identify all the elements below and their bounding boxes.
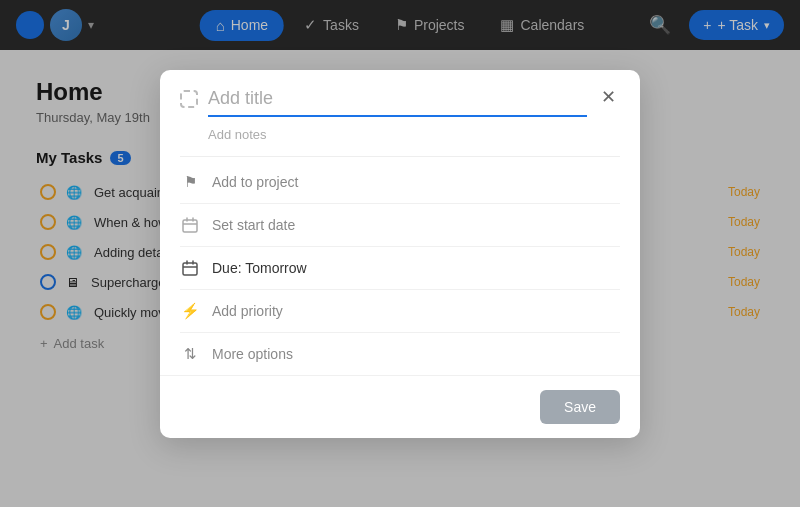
modal-option-more-label: More options: [212, 346, 293, 362]
modal-notes[interactable]: Add notes: [160, 117, 640, 152]
modal-notes-placeholder: Add notes: [208, 127, 267, 142]
modal-option-start-date-label: Set start date: [212, 217, 295, 233]
modal-divider: [180, 156, 620, 157]
modal-option-project[interactable]: ⚑ Add to project: [180, 161, 620, 204]
svg-rect-0: [183, 220, 197, 232]
modal-option-priority[interactable]: ⚡ Add priority: [180, 290, 620, 333]
modal-options: ⚑ Add to project Set start date: [160, 161, 640, 375]
project-icon: ⚑: [180, 172, 200, 192]
modal-footer: Save: [160, 375, 640, 438]
due-date-icon: [180, 258, 200, 278]
more-options-icon: ⇅: [180, 344, 200, 364]
modal-overlay: ✕ Add notes ⚑ Add to project Set st: [0, 0, 800, 507]
save-label: Save: [564, 399, 596, 415]
modal-option-more[interactable]: ⇅ More options: [180, 333, 620, 375]
priority-icon: ⚡: [180, 301, 200, 321]
modal-title-input[interactable]: [208, 88, 587, 117]
modal-close-button[interactable]: ✕: [597, 88, 620, 106]
save-button[interactable]: Save: [540, 390, 620, 424]
modal-task-checkbox[interactable]: [180, 90, 198, 108]
close-icon: ✕: [601, 87, 616, 107]
modal-header: ✕: [160, 70, 640, 117]
svg-rect-1: [183, 263, 197, 275]
modal-dialog: ✕ Add notes ⚑ Add to project Set st: [160, 70, 640, 438]
modal-option-due-date-label: Due: Tomorrow: [212, 260, 307, 276]
modal-option-priority-label: Add priority: [212, 303, 283, 319]
modal-option-start-date[interactable]: Set start date: [180, 204, 620, 247]
modal-option-project-label: Add to project: [212, 174, 298, 190]
modal-option-due-date[interactable]: Due: Tomorrow: [180, 247, 620, 290]
modal-title-section: [208, 88, 587, 117]
start-date-icon: [180, 215, 200, 235]
